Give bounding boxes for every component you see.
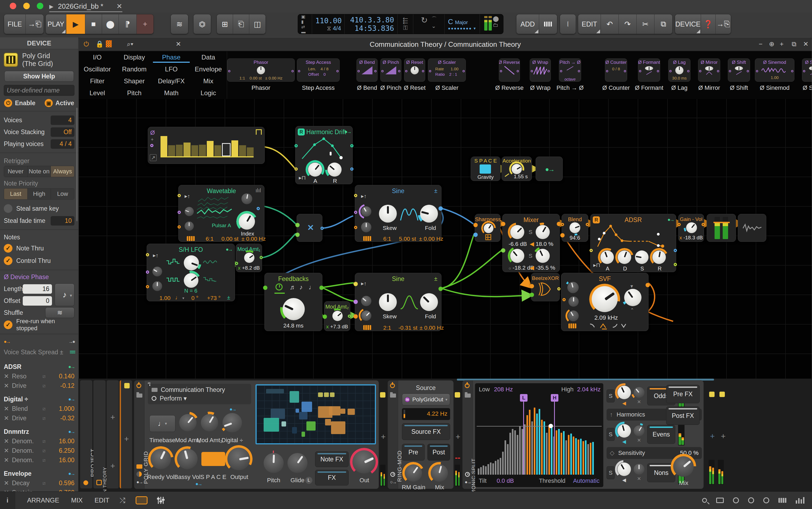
add-device-plus[interactable]: + <box>111 462 115 471</box>
info-icon[interactable]: i <box>0 492 15 509</box>
close-window-button[interactable] <box>10 3 16 9</box>
position-display[interactable]: 410.3.3.80 <box>348 16 394 24</box>
io-icon[interactable] <box>733 497 739 503</box>
segment-option[interactable]: Never <box>4 166 28 177</box>
category-tab[interactable]: Data <box>190 52 227 63</box>
solo-button[interactable]: S <box>606 466 615 479</box>
solo-button[interactable]: S <box>606 389 615 402</box>
lock-icon[interactable]: 🔒 <box>96 40 104 48</box>
trigger-in-port[interactable] <box>146 253 149 257</box>
project-tab-strip[interactable]: PROJECT <box>80 380 92 488</box>
module-sine-1[interactable]: Sine ± ▸↑ Skew Fold 6:1 5.00 st ± <box>355 185 441 242</box>
step-bar[interactable] <box>199 145 206 156</box>
tab-close-icon[interactable]: ✕ <box>116 2 122 10</box>
module-mod-amt-2[interactable]: Mod Amt₂ x +7.3 dB <box>324 301 350 331</box>
palette-item[interactable]: Ø Counter 0 / 8 Ø Counter <box>605 59 627 92</box>
add-device-plus[interactable]: + <box>111 413 115 422</box>
crossfade-icon[interactable]: ✕ <box>637 476 641 482</box>
device-name-input[interactable]: User-defined name <box>4 85 74 96</box>
timebase-icon[interactable] <box>390 472 395 477</box>
metronome-icon[interactable]: ⏣ <box>193 14 211 34</box>
phase-in-port[interactable] <box>178 211 181 214</box>
plusminus-icon[interactable]: ± <box>434 275 437 282</box>
modulator-param-row[interactable]: ✕Denom.⧄6.250 <box>4 446 74 455</box>
plusminus-icon[interactable]: ± <box>434 188 437 195</box>
out-port[interactable] <box>350 144 353 147</box>
segment-option[interactable]: Note on <box>28 166 51 177</box>
palette-item[interactable]: Ø Pinch Ø Pinch <box>380 59 401 92</box>
module-sh-lfo[interactable]: S/H LFO ●→ ▸↑ N = 6 1.00 ♩ ▾ 0 ° +73 ° <box>147 244 235 301</box>
solo-2[interactable]: S <box>529 252 532 259</box>
edit-menu-button[interactable]: EDIT <box>578 14 601 34</box>
step-bar[interactable] <box>222 143 230 156</box>
high-split-line[interactable] <box>554 395 555 475</box>
stop-button[interactable]: ■ <box>85 14 102 34</box>
blue-out-port[interactable] <box>674 249 677 252</box>
cut-icon[interactable]: ✂ <box>636 14 654 34</box>
redo-icon[interactable]: ↷ <box>619 14 636 34</box>
minimize-window-button[interactable] <box>23 3 30 9</box>
expand-icon[interactable]: ↗ <box>150 154 157 161</box>
category-tab[interactable]: Delay/FX <box>153 76 190 87</box>
palette-item[interactable]: Ø Reset Ø Reset <box>404 59 425 92</box>
modulator-param-row[interactable]: ✕Denom.⧄16.00 <box>4 455 74 465</box>
steal-fade-value[interactable]: 10 <box>51 216 74 226</box>
modulator-out-icon[interactable]: ●→ <box>345 129 351 135</box>
zoom-fit-icon[interactable]: ⊕ <box>769 40 774 48</box>
display-view-icon[interactable] <box>135 496 148 504</box>
zoom-in-icon[interactable]: + <box>780 40 784 48</box>
ch2-in-port[interactable] <box>501 248 505 252</box>
solo-button[interactable]: S <box>606 428 615 441</box>
note-thru-checkbox[interactable]: ✓ <box>4 244 12 252</box>
adsr-curve[interactable] <box>595 224 671 248</box>
clip-launcher-icon[interactable]: ⎗ <box>233 14 249 34</box>
category-tab[interactable]: Phase <box>153 52 190 63</box>
punch-buttons[interactable]: ⬱⚿ <box>398 14 413 34</box>
glide-legato-badge[interactable]: L <box>305 477 312 484</box>
modulator-out-icon[interactable]: ●→ <box>667 217 674 223</box>
out-port[interactable] <box>646 283 650 287</box>
arrange-menu[interactable]: ARRANGE <box>27 497 59 504</box>
palette-item[interactable]: Ø Skew Ø Skew <box>802 59 812 92</box>
in-port[interactable] <box>561 223 564 226</box>
filter-type-icons[interactable] <box>590 323 627 330</box>
category-tab[interactable]: Mix <box>190 76 227 87</box>
selected-track-strip[interactable]: + <box>120 380 132 488</box>
device-power-icon[interactable]: ⏻ <box>84 40 89 48</box>
time-display[interactable]: 14:53.836 <box>348 24 394 32</box>
add-device-plus[interactable]: + <box>721 432 726 441</box>
out-port[interactable] <box>701 223 705 226</box>
step-pattern[interactable] <box>160 134 254 158</box>
palette-item[interactable]: Pitch → Ø octave Pitch → Ø <box>559 59 581 92</box>
module-sharpness[interactable]: Sharpness <box>475 214 500 242</box>
modulator-param-row[interactable]: ✕Blend⧄1.000 <box>4 404 74 413</box>
step-bar[interactable] <box>168 145 175 156</box>
device-power-icon[interactable] <box>136 383 141 388</box>
pre-fx-button[interactable]: Pre FX <box>666 385 700 403</box>
setting-row[interactable]: Playing voices 4 / 4 <box>4 138 74 150</box>
module-wavetable[interactable]: Wavetable ılıl ▸↑ Pulsar A <box>178 185 264 242</box>
step-bar[interactable] <box>239 145 246 156</box>
module-blend[interactable]: Blend 94:6 <box>562 214 588 242</box>
palette-item[interactable]: Ø Shift Ø Shift <box>728 59 750 92</box>
overdub-button[interactable]: + <box>137 14 153 34</box>
blue-out-port[interactable] <box>350 167 353 171</box>
palette-item[interactable]: Ø Reverse Ø Reverse <box>499 59 520 92</box>
step-bar[interactable] <box>191 145 198 156</box>
mod-in-port[interactable] <box>473 233 478 237</box>
grid-canvas[interactable]: Ø + ↗ R Harmonic Drift ●→ <box>79 99 812 379</box>
step-bar[interactable] <box>207 141 214 156</box>
wavetable-list-icon[interactable]: ılıl <box>255 188 261 194</box>
sync-icon[interactable] <box>763 497 769 503</box>
module-steps[interactable]: Ø + ↗ <box>148 127 265 164</box>
module-multiply[interactable]: ✕ <box>296 214 322 242</box>
preset-folder-name[interactable]: Communication Theory <box>161 386 225 394</box>
close-editor-icon[interactable]: ✕ <box>803 40 809 48</box>
step-bar[interactable] <box>160 136 167 156</box>
out-port[interactable] <box>557 287 561 291</box>
pitch-in-port[interactable] <box>353 314 358 318</box>
palette-item[interactable]: Ø Sinemod 1.00 Ø Sinemod <box>755 59 794 92</box>
category-tab[interactable]: Level <box>79 88 116 98</box>
save-icon[interactable] <box>748 497 754 503</box>
control-thru-checkbox[interactable]: ✓ <box>4 257 12 265</box>
